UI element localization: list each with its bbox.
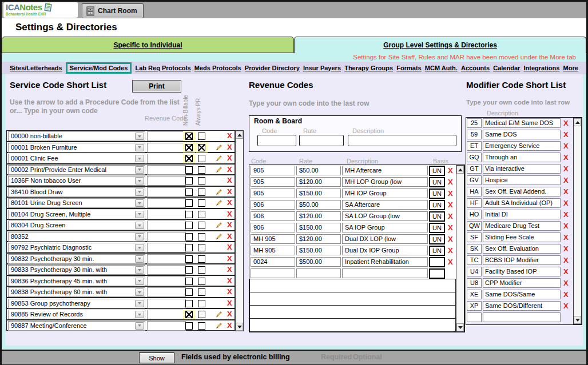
delete-revenue-code-button[interactable]: X <box>448 167 453 174</box>
revenue-rate-cell[interactable]: $120.00 <box>296 234 341 244</box>
always-pr-checkbox[interactable] <box>196 131 208 141</box>
room-board-description-input[interactable] <box>348 135 456 146</box>
always-pr-checkbox[interactable] <box>196 154 208 163</box>
revenue-rate-cell[interactable]: $150.00 <box>296 246 341 255</box>
subtab-calendar[interactable]: Calendar <box>493 65 520 71</box>
revenue-rate-cell[interactable]: $50.00 <box>296 200 341 210</box>
revenue-code-input[interactable] <box>147 143 186 153</box>
combo-dropdown-button[interactable] <box>135 244 144 251</box>
always-pr-checkbox[interactable] <box>196 165 208 175</box>
always-pr-checkbox[interactable] <box>196 265 208 275</box>
delete-service-code-button[interactable]: X <box>227 188 232 195</box>
delete-service-code-button[interactable]: X <box>227 255 232 262</box>
chart-room-button[interactable]: Chart Room <box>82 3 144 18</box>
combo-dropdown-button[interactable] <box>135 278 144 285</box>
modifier-code-cell[interactable]: TC <box>467 255 482 265</box>
modifier-description-cell[interactable]: BCBS IOP Modifier <box>483 255 561 265</box>
revenue-code-input[interactable] <box>147 287 186 297</box>
subtab-mcm-auth-[interactable]: MCM Auth. <box>425 65 458 71</box>
print-button[interactable]: Print <box>132 80 181 93</box>
service-code-combobox[interactable]: 1036F Non tobacco User <box>8 176 145 186</box>
revenue-code-input[interactable] <box>147 321 186 331</box>
revenue-code-cell[interactable]: 906 <box>251 200 295 210</box>
combo-dropdown-button[interactable] <box>135 144 144 151</box>
revenue-code-cell[interactable]: 905 <box>251 177 295 187</box>
non-billable-checkbox[interactable] <box>183 210 195 219</box>
delete-modifier-button[interactable]: X <box>563 302 569 310</box>
revenue-code-input[interactable] <box>147 243 186 252</box>
revenue-basis-cell[interactable]: UN <box>429 188 445 199</box>
revenue-code-input[interactable] <box>147 198 186 208</box>
combo-dropdown-button[interactable] <box>135 211 144 218</box>
modifier-description-cell[interactable]: Emergency Service <box>483 141 561 151</box>
revenue-basis-cell[interactable]: UN <box>429 223 445 233</box>
subtab-therapy-groups[interactable]: Therapy Groups <box>344 65 393 71</box>
revenue-code-input[interactable] <box>147 265 186 275</box>
revenue-table-scrollbar[interactable] <box>456 165 464 332</box>
modifier-code-cell[interactable]: HO <box>467 210 482 219</box>
subtab-lab-req-protocols[interactable]: Lab Req Protocols <box>135 65 190 71</box>
revenue-code-input[interactable] <box>147 176 186 186</box>
modifier-code-cell[interactable]: SK <box>467 244 482 254</box>
revenue-description-cell[interactable]: Dual Dx IOP Group <box>342 246 428 255</box>
show-button[interactable]: Show <box>139 352 174 363</box>
delete-revenue-code-button[interactable]: X <box>448 224 453 231</box>
pencil-icon[interactable] <box>215 143 223 151</box>
service-code-combobox[interactable]: 90887 Meeting/Conference <box>8 321 145 331</box>
tab-specific-to-individual[interactable]: Specific to Individual <box>2 37 294 53</box>
modifier-description-cell[interactable]: Same DOS/Different <box>483 301 561 311</box>
revenue-description-cell[interactable]: MH Aftercare <box>342 166 428 175</box>
revenue-code-input[interactable] <box>147 154 186 163</box>
delete-modifier-button[interactable]: X <box>563 188 569 195</box>
non-billable-checkbox[interactable] <box>183 131 195 141</box>
subtab-provider-directory[interactable]: Provider Directory <box>245 65 300 71</box>
modifier-description-cell[interactable]: Hospice <box>483 175 561 185</box>
subtab-accounts[interactable]: Accounts <box>461 65 490 71</box>
modifier-code-cell[interactable]: U8 <box>467 278 482 288</box>
always-pr-checkbox[interactable] <box>196 287 208 297</box>
revenue-basis-cell[interactable]: UN <box>429 166 445 176</box>
service-code-combobox[interactable]: 00001 Clinic Fee <box>8 154 145 163</box>
delete-modifier-button[interactable]: X <box>563 211 569 218</box>
revenue-description-cell[interactable]: SA Aftercare <box>342 200 428 210</box>
delete-service-code-button[interactable]: X <box>227 166 232 173</box>
revenue-code-input[interactable] <box>147 232 186 242</box>
modifier-description-cell[interactable]: Medical E/M Same DOS <box>483 118 561 128</box>
modifier-code-cell[interactable] <box>467 312 482 322</box>
delete-revenue-code-button[interactable]: X <box>448 235 453 243</box>
delete-service-code-button[interactable]: X <box>227 266 232 273</box>
revenue-basis-cell[interactable] <box>429 268 445 279</box>
delete-modifier-button[interactable]: X <box>563 222 569 230</box>
delete-service-code-button[interactable]: X <box>227 210 232 218</box>
modifier-code-cell[interactable]: 25 <box>467 118 482 128</box>
delete-revenue-code-button[interactable]: X <box>448 178 453 186</box>
delete-service-code-button[interactable]: X <box>227 299 232 307</box>
service-code-combobox[interactable]: 90838 Psychotherapy 60 min. with <box>8 287 145 297</box>
pencil-icon[interactable] <box>215 199 223 206</box>
combo-dropdown-button[interactable] <box>135 288 144 296</box>
revenue-code-cell[interactable]: 906 <box>251 211 295 221</box>
service-code-combobox[interactable]: 80304 Drug Screen <box>8 220 145 230</box>
combo-dropdown-button[interactable] <box>135 300 144 307</box>
subtab-meds-protocols[interactable]: Meds Protocols <box>194 65 241 71</box>
delete-modifier-button[interactable]: X <box>563 268 569 275</box>
modifier-description-cell[interactable]: Via interactive <box>483 164 561 174</box>
combo-dropdown-button[interactable] <box>135 255 144 263</box>
modifier-description-cell[interactable]: Sex Off. Evaluation <box>483 244 561 254</box>
revenue-code-input[interactable] <box>147 187 186 197</box>
delete-revenue-code-button[interactable]: X <box>448 212 453 220</box>
non-billable-checkbox[interactable] <box>183 254 195 264</box>
revenue-code-input[interactable] <box>147 131 186 141</box>
combo-dropdown-button[interactable] <box>135 133 144 140</box>
revenue-description-cell[interactable]: Inpatient Rehabilitation <box>342 257 428 267</box>
subtab-service-mod-codes[interactable]: Service/Mod Codes <box>66 62 132 74</box>
pencil-icon[interactable] <box>215 166 223 173</box>
always-pr-checkbox[interactable] <box>196 254 208 264</box>
service-code-combobox[interactable]: 90885 Review of Records <box>8 310 145 319</box>
delete-revenue-code-button[interactable]: X <box>448 201 453 208</box>
revenue-code-cell[interactable]: 0024 <box>251 257 295 267</box>
revenue-basis-cell[interactable] <box>429 257 445 267</box>
revenue-description-cell[interactable] <box>342 268 428 278</box>
combo-dropdown-button[interactable] <box>135 222 144 229</box>
delete-service-code-button[interactable]: X <box>227 232 232 240</box>
